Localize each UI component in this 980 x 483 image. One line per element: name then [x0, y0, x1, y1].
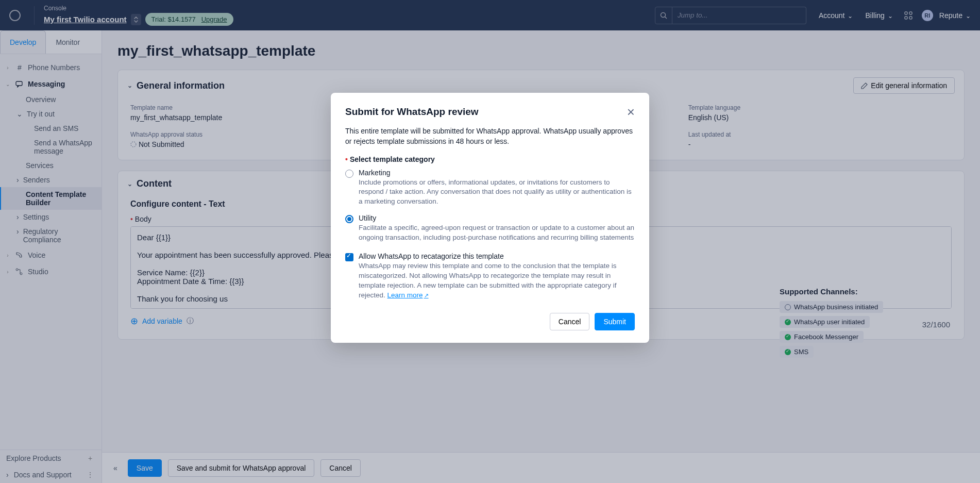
radio-marketing[interactable]: Marketing Include promotions or offers, … [345, 169, 635, 207]
radio-input[interactable] [345, 215, 353, 223]
learn-more-link[interactable]: Learn more↗ [387, 291, 429, 299]
modal-cancel-button[interactable]: Cancel [550, 313, 590, 330]
modal-submit-button[interactable]: Submit [595, 313, 635, 330]
allow-recat-label: Allow WhatsApp to recatagorize this temp… [359, 252, 635, 260]
radio-utility-label: Utility [359, 214, 635, 222]
close-icon[interactable]: × [627, 105, 635, 119]
radio-input[interactable] [345, 170, 353, 178]
submit-review-modal: Submit for WhatsApp review × This entire… [331, 93, 649, 343]
select-category-label: Select template category [350, 155, 435, 163]
modal-description: This entire template will be submitted f… [345, 126, 635, 147]
external-link-icon: ↗ [424, 292, 429, 298]
modal-title: Submit for WhatsApp review [345, 106, 479, 118]
modal-backdrop[interactable]: Submit for WhatsApp review × This entire… [0, 0, 980, 483]
allow-recat-desc: WhatsApp may review this template and co… [359, 261, 635, 301]
checkbox-input[interactable] [345, 253, 353, 261]
radio-utility[interactable]: Utility Facilitate a specific, agreed-up… [345, 214, 635, 243]
radio-marketing-desc: Include promotions or offers, informatio… [359, 178, 635, 207]
radio-marketing-label: Marketing [359, 169, 635, 177]
radio-utility-desc: Facilitate a specific, agreed-upon reque… [359, 223, 635, 243]
allow-recategorize-checkbox-row[interactable]: Allow WhatsApp to recatagorize this temp… [345, 252, 635, 301]
